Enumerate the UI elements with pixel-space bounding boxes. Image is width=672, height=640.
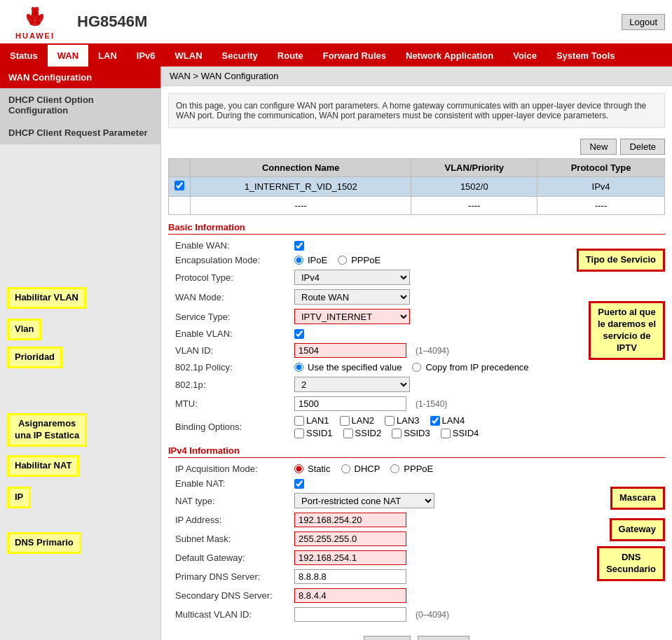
nat-type-label: NAT type: bbox=[175, 496, 294, 506]
nav-ipv6[interactable]: IPv6 bbox=[127, 45, 165, 67]
vlan-id-input[interactable] bbox=[294, 343, 406, 358]
nat-type-row: NAT type: Port-restricted cone NAT Full … bbox=[168, 493, 665, 508]
nav-forward-rules[interactable]: Forward Rules bbox=[313, 45, 396, 67]
huawei-brand-text: HUAWEI bbox=[15, 32, 55, 40]
multicast-hint: (0–4094) bbox=[416, 610, 449, 620]
protocol-type-row: Protocol Type: IPv4 IPv6 IPv4/IPv6 bbox=[168, 270, 665, 285]
binding-lan2[interactable]: LAN2 bbox=[340, 415, 375, 426]
col-checkbox bbox=[169, 159, 191, 177]
sidebar-dhcp-request[interactable]: DHCP Client Request Parameter bbox=[0, 122, 160, 144]
delete-button[interactable]: Delete bbox=[620, 139, 665, 155]
nav-lan[interactable]: LAN bbox=[88, 45, 127, 67]
cancel-button[interactable]: Cancel bbox=[418, 636, 469, 640]
pppoe-option[interactable]: PPPoE bbox=[338, 255, 380, 265]
nav-network-app[interactable]: Network Application bbox=[396, 45, 503, 67]
nat-type-select[interactable]: Port-restricted cone NAT Full cone NAT A… bbox=[294, 493, 434, 508]
row-checkbox[interactable] bbox=[174, 181, 184, 190]
table-row[interactable]: 1_INTERNET_R_VID_1502 1502/0 IPv4 bbox=[169, 177, 665, 197]
nav-wlan[interactable]: WLAN bbox=[165, 45, 212, 67]
binding-ssid2[interactable]: SSID2 bbox=[343, 428, 382, 438]
sidebar-dhcp-option[interactable]: DHCP Client Option Configuration bbox=[0, 89, 160, 122]
ssid3-checkbox[interactable] bbox=[392, 429, 402, 438]
copy-ip-option[interactable]: Copy from IP precedence bbox=[412, 362, 528, 373]
binding-ssid4[interactable]: SSID4 bbox=[441, 428, 479, 438]
specified-radio[interactable] bbox=[294, 363, 303, 372]
binding-row-1: LAN1 LAN2 LAN3 LAN4 bbox=[294, 415, 479, 426]
binding-lan1[interactable]: LAN1 bbox=[294, 415, 329, 426]
copy-ip-radio[interactable] bbox=[412, 363, 421, 372]
lan1-checkbox[interactable] bbox=[294, 416, 304, 426]
binding-label: Binding Options: bbox=[175, 422, 294, 432]
service-type-select[interactable]: IPTV_INTERNET INTERNET IPTV TR069 VOIP bbox=[294, 309, 410, 324]
gateway-row: Default Gateway: bbox=[168, 550, 665, 565]
gateway-input[interactable] bbox=[294, 550, 406, 565]
annotation-tipo-servicio: Tipo de Servicio bbox=[577, 249, 665, 272]
service-type-label: Service Type: bbox=[175, 312, 294, 322]
enable-vlan-value bbox=[294, 329, 304, 339]
dhcp-radio[interactable] bbox=[341, 464, 350, 473]
pppoe-radio[interactable] bbox=[338, 256, 347, 265]
ssid1-checkbox[interactable] bbox=[294, 429, 304, 438]
policy-row: 802.1p Policy: Use the specified value C… bbox=[168, 362, 665, 373]
wan-mode-select[interactable]: Route WAN Bridge WAN bbox=[294, 289, 410, 305]
nav-voice[interactable]: Voice bbox=[503, 45, 547, 67]
enable-vlan-checkbox[interactable] bbox=[294, 329, 304, 339]
mtu-label: MTU: bbox=[175, 398, 294, 409]
ssid2-checkbox[interactable] bbox=[343, 429, 353, 438]
nav-status[interactable]: Status bbox=[0, 45, 48, 67]
binding-lan4[interactable]: LAN4 bbox=[430, 415, 465, 426]
nav-route[interactable]: Route bbox=[268, 45, 313, 67]
row-dash2: ---- bbox=[411, 197, 537, 215]
enable-nat-checkbox[interactable] bbox=[294, 479, 304, 489]
lan4-checkbox[interactable] bbox=[430, 416, 440, 426]
row-connection-name: 1_INTERNET_R_VID_1502 bbox=[191, 177, 411, 197]
row-checkbox-cell[interactable] bbox=[169, 177, 191, 197]
enable-vlan-label: Enable VLAN: bbox=[175, 328, 294, 339]
logo-area: HUAWEI bbox=[7, 4, 63, 40]
static-radio[interactable] bbox=[294, 464, 303, 473]
dot1p-select[interactable]: 0 1 2 3 4 5 6 7 bbox=[294, 377, 410, 392]
lan3-checkbox[interactable] bbox=[385, 416, 395, 426]
binding-grid: LAN1 LAN2 LAN3 LAN4 SSID1 SSID2 SSID3 SS… bbox=[294, 415, 479, 438]
nav-wan[interactable]: WAN bbox=[48, 45, 88, 67]
protocol-select[interactable]: IPv4 IPv6 IPv4/IPv6 bbox=[294, 270, 410, 285]
binding-row: Binding Options: LAN1 LAN2 LAN3 LAN4 SSI… bbox=[168, 415, 665, 438]
dns2-input[interactable] bbox=[294, 588, 406, 603]
binding-ssid1[interactable]: SSID1 bbox=[294, 428, 333, 438]
table-row: ---- ---- ---- bbox=[169, 197, 665, 215]
sidebar-wan-config[interactable]: WAN Configuration bbox=[0, 67, 160, 89]
dns1-input[interactable] bbox=[294, 569, 406, 584]
binding-lan3[interactable]: LAN3 bbox=[385, 415, 420, 426]
ipoe-radio[interactable] bbox=[294, 256, 303, 265]
binding-ssid3[interactable]: SSID3 bbox=[392, 428, 430, 438]
lan2-checkbox[interactable] bbox=[340, 416, 350, 426]
binding-row-2: SSID1 SSID2 SSID3 SSID4 bbox=[294, 428, 479, 438]
ssid4-checkbox[interactable] bbox=[441, 429, 451, 438]
page-wrapper: HUAWEI HG8546M Logout Status WAN LAN IPv… bbox=[0, 0, 672, 640]
multicast-input[interactable] bbox=[294, 607, 406, 622]
nav-system-tools[interactable]: System Tools bbox=[547, 45, 625, 67]
static-option[interactable]: Static bbox=[294, 464, 331, 474]
row-empty bbox=[169, 197, 191, 215]
pppoe-acq-radio[interactable] bbox=[390, 464, 399, 473]
enable-wan-checkbox[interactable] bbox=[294, 241, 304, 251]
ipv4-info-section: IPv4 Information IP Acquisition Mode: St… bbox=[168, 445, 665, 622]
device-model: HG8546M bbox=[77, 13, 622, 31]
nav-security[interactable]: Security bbox=[212, 45, 268, 67]
mtu-row: MTU: (1-1540) bbox=[168, 396, 665, 411]
specified-value-option[interactable]: Use the specified value bbox=[294, 362, 402, 373]
svg-point-5 bbox=[29, 20, 41, 26]
mtu-input[interactable] bbox=[294, 396, 406, 411]
dhcp-option[interactable]: DHCP bbox=[341, 464, 380, 474]
annotation-vlan: Vlan bbox=[7, 319, 41, 340]
apply-button[interactable]: Apply bbox=[364, 636, 411, 640]
header: HUAWEI HG8546M Logout bbox=[0, 0, 672, 45]
ipoe-option[interactable]: IPoE bbox=[294, 255, 327, 265]
logout-button[interactable]: Logout bbox=[622, 14, 665, 30]
ip-input[interactable] bbox=[294, 513, 406, 527]
connection-table: Connection Name VLAN/Priority Protocol T… bbox=[168, 158, 665, 215]
mask-input[interactable] bbox=[294, 531, 406, 546]
pppoe-acq-option[interactable]: PPPoE bbox=[390, 464, 433, 474]
ip-address-row: IP Address: bbox=[168, 513, 665, 527]
new-button[interactable]: New bbox=[580, 139, 617, 155]
